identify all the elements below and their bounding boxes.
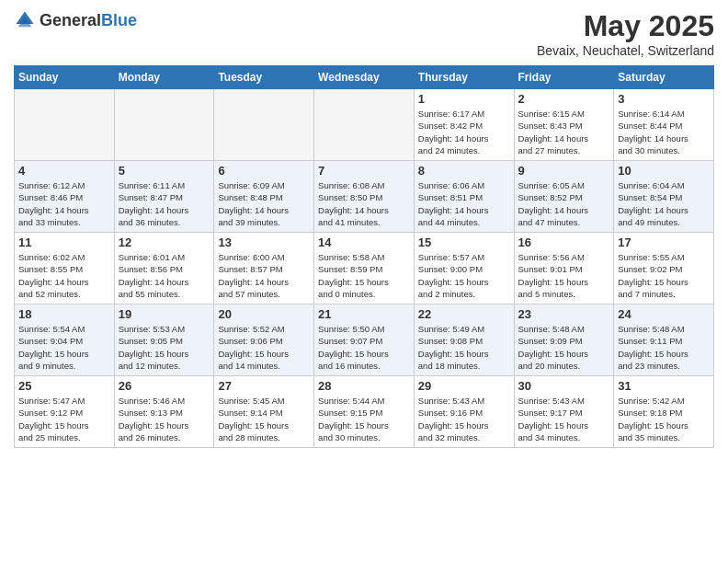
- month-title: May 2025: [537, 9, 714, 43]
- day-info: Sunrise: 5:43 AM Sunset: 9:16 PM Dayligh…: [418, 395, 510, 443]
- day-info: Sunrise: 6:17 AM Sunset: 8:42 PM Dayligh…: [418, 108, 510, 156]
- calendar-cell: 19Sunrise: 5:53 AM Sunset: 9:05 PM Dayli…: [114, 304, 214, 376]
- day-info: Sunrise: 5:57 AM Sunset: 9:00 PM Dayligh…: [418, 251, 510, 300]
- day-info: Sunrise: 5:50 AM Sunset: 9:07 PM Dayligh…: [318, 323, 410, 372]
- calendar-cell: [15, 89, 115, 161]
- calendar-cell: 31Sunrise: 5:42 AM Sunset: 9:18 PM Dayli…: [614, 376, 714, 448]
- calendar-cell: 27Sunrise: 5:45 AM Sunset: 9:14 PM Dayli…: [214, 376, 314, 448]
- logo-blue: Blue: [101, 11, 137, 29]
- calendar-cell: 15Sunrise: 5:57 AM Sunset: 9:00 PM Dayli…: [414, 233, 514, 304]
- day-info: Sunrise: 5:55 AM Sunset: 9:02 PM Dayligh…: [618, 251, 710, 300]
- calendar-cell: 28Sunrise: 5:44 AM Sunset: 9:15 PM Dayli…: [314, 376, 415, 448]
- day-info: Sunrise: 6:06 AM Sunset: 8:51 PM Dayligh…: [418, 179, 510, 228]
- day-info: Sunrise: 6:11 AM Sunset: 8:47 PM Dayligh…: [119, 179, 210, 228]
- day-info: Sunrise: 5:49 AM Sunset: 9:08 PM Dayligh…: [418, 323, 510, 372]
- day-number: 17: [618, 236, 710, 249]
- day-number: 25: [18, 379, 110, 393]
- calendar-table: SundayMondayTuesdayWednesdayThursdayFrid…: [14, 65, 714, 448]
- day-info: Sunrise: 6:01 AM Sunset: 8:56 PM Dayligh…: [119, 251, 210, 300]
- calendar-cell: 11Sunrise: 6:02 AM Sunset: 8:55 PM Dayli…: [15, 233, 115, 304]
- day-info: Sunrise: 5:43 AM Sunset: 9:17 PM Dayligh…: [518, 395, 610, 443]
- logo: GeneralBlue: [14, 9, 137, 31]
- day-info: Sunrise: 6:04 AM Sunset: 8:54 PM Dayligh…: [618, 179, 710, 228]
- calendar-row: 4Sunrise: 6:12 AM Sunset: 8:46 PM Daylig…: [15, 161, 714, 233]
- weekday-header: Thursday: [414, 66, 514, 89]
- weekday-header: Friday: [514, 66, 614, 89]
- day-info: Sunrise: 6:08 AM Sunset: 8:50 PM Dayligh…: [318, 179, 410, 228]
- calendar-row: 18Sunrise: 5:54 AM Sunset: 9:04 PM Dayli…: [15, 304, 714, 376]
- day-number: 12: [119, 236, 210, 249]
- day-number: 30: [518, 379, 610, 393]
- calendar-row: 1Sunrise: 6:17 AM Sunset: 8:42 PM Daylig…: [15, 89, 714, 161]
- day-info: Sunrise: 5:46 AM Sunset: 9:13 PM Dayligh…: [119, 395, 210, 443]
- day-number: 31: [618, 379, 710, 393]
- calendar-cell: 22Sunrise: 5:49 AM Sunset: 9:08 PM Dayli…: [414, 304, 514, 376]
- weekday-header: Sunday: [15, 66, 115, 89]
- day-number: 27: [218, 379, 310, 393]
- day-number: 9: [518, 164, 610, 178]
- calendar-cell: 9Sunrise: 6:05 AM Sunset: 8:52 PM Daylig…: [514, 161, 614, 233]
- calendar-cell: 18Sunrise: 5:54 AM Sunset: 9:04 PM Dayli…: [15, 304, 115, 376]
- calendar-cell: 13Sunrise: 6:00 AM Sunset: 8:57 PM Dayli…: [214, 233, 314, 304]
- weekday-header: Monday: [114, 66, 214, 89]
- calendar-row: 11Sunrise: 6:02 AM Sunset: 8:55 PM Dayli…: [15, 233, 714, 304]
- calendar-cell: 26Sunrise: 5:46 AM Sunset: 9:13 PM Dayli…: [114, 376, 214, 448]
- day-info: Sunrise: 5:45 AM Sunset: 9:14 PM Dayligh…: [218, 395, 310, 443]
- day-number: 16: [518, 236, 610, 249]
- day-info: Sunrise: 6:15 AM Sunset: 8:43 PM Dayligh…: [518, 108, 610, 156]
- day-number: 23: [518, 307, 610, 321]
- location-title: Bevaix, Neuchatel, Switzerland: [537, 43, 714, 58]
- day-info: Sunrise: 6:12 AM Sunset: 8:46 PM Dayligh…: [18, 179, 110, 228]
- day-number: 7: [318, 164, 410, 178]
- calendar-cell: [314, 89, 415, 161]
- day-number: 6: [218, 164, 310, 178]
- calendar-cell: 10Sunrise: 6:04 AM Sunset: 8:54 PM Dayli…: [614, 161, 714, 233]
- day-number: 24: [618, 307, 710, 321]
- day-info: Sunrise: 6:14 AM Sunset: 8:44 PM Dayligh…: [618, 108, 710, 156]
- calendar-row: 25Sunrise: 5:47 AM Sunset: 9:12 PM Dayli…: [15, 376, 714, 448]
- day-number: 22: [418, 307, 510, 321]
- day-number: 8: [418, 164, 510, 178]
- day-info: Sunrise: 6:09 AM Sunset: 8:48 PM Dayligh…: [218, 179, 310, 228]
- day-info: Sunrise: 5:54 AM Sunset: 9:04 PM Dayligh…: [18, 323, 110, 372]
- day-info: Sunrise: 5:58 AM Sunset: 8:59 PM Dayligh…: [318, 251, 410, 300]
- calendar-cell: 14Sunrise: 5:58 AM Sunset: 8:59 PM Dayli…: [314, 233, 415, 304]
- calendar-cell: [214, 89, 314, 161]
- calendar-cell: 12Sunrise: 6:01 AM Sunset: 8:56 PM Dayli…: [114, 233, 214, 304]
- day-number: 5: [119, 164, 210, 178]
- calendar-cell: 24Sunrise: 5:48 AM Sunset: 9:11 PM Dayli…: [614, 304, 714, 376]
- day-info: Sunrise: 5:44 AM Sunset: 9:15 PM Dayligh…: [318, 395, 410, 443]
- calendar-cell: 4Sunrise: 6:12 AM Sunset: 8:46 PM Daylig…: [15, 161, 115, 233]
- weekday-header: Wednesday: [314, 66, 415, 89]
- calendar-cell: 6Sunrise: 6:09 AM Sunset: 8:48 PM Daylig…: [214, 161, 314, 233]
- calendar-cell: 3Sunrise: 6:14 AM Sunset: 8:44 PM Daylig…: [614, 89, 714, 161]
- day-number: 3: [618, 92, 710, 106]
- weekday-header: Saturday: [614, 66, 714, 89]
- calendar-cell: 16Sunrise: 5:56 AM Sunset: 9:01 PM Dayli…: [514, 233, 614, 304]
- day-info: Sunrise: 5:42 AM Sunset: 9:18 PM Dayligh…: [618, 395, 710, 443]
- day-info: Sunrise: 6:05 AM Sunset: 8:52 PM Dayligh…: [518, 179, 610, 228]
- day-info: Sunrise: 5:47 AM Sunset: 9:12 PM Dayligh…: [18, 395, 110, 443]
- day-number: 18: [18, 307, 110, 321]
- calendar-cell: 25Sunrise: 5:47 AM Sunset: 9:12 PM Dayli…: [15, 376, 115, 448]
- calendar-cell: 30Sunrise: 5:43 AM Sunset: 9:17 PM Dayli…: [514, 376, 614, 448]
- calendar-cell: 5Sunrise: 6:11 AM Sunset: 8:47 PM Daylig…: [114, 161, 214, 233]
- day-number: 21: [318, 307, 410, 321]
- calendar-cell: 20Sunrise: 5:52 AM Sunset: 9:06 PM Dayli…: [214, 304, 314, 376]
- logo-icon: [14, 9, 36, 31]
- calendar-cell: 8Sunrise: 6:06 AM Sunset: 8:51 PM Daylig…: [414, 161, 514, 233]
- day-number: 28: [318, 379, 410, 393]
- day-info: Sunrise: 6:02 AM Sunset: 8:55 PM Dayligh…: [18, 251, 110, 300]
- logo-general: General: [40, 11, 101, 29]
- calendar-cell: 7Sunrise: 6:08 AM Sunset: 8:50 PM Daylig…: [314, 161, 415, 233]
- day-number: 1: [418, 92, 510, 106]
- calendar-cell: 17Sunrise: 5:55 AM Sunset: 9:02 PM Dayli…: [614, 233, 714, 304]
- day-number: 10: [618, 164, 710, 178]
- day-number: 14: [318, 236, 410, 249]
- day-number: 13: [218, 236, 310, 249]
- calendar-cell: 2Sunrise: 6:15 AM Sunset: 8:43 PM Daylig…: [514, 89, 614, 161]
- day-info: Sunrise: 5:52 AM Sunset: 9:06 PM Dayligh…: [218, 323, 310, 372]
- calendar-cell: [114, 89, 214, 161]
- title-block: May 2025 Bevaix, Neuchatel, Switzerland: [537, 9, 714, 58]
- day-info: Sunrise: 5:48 AM Sunset: 9:11 PM Dayligh…: [618, 323, 710, 372]
